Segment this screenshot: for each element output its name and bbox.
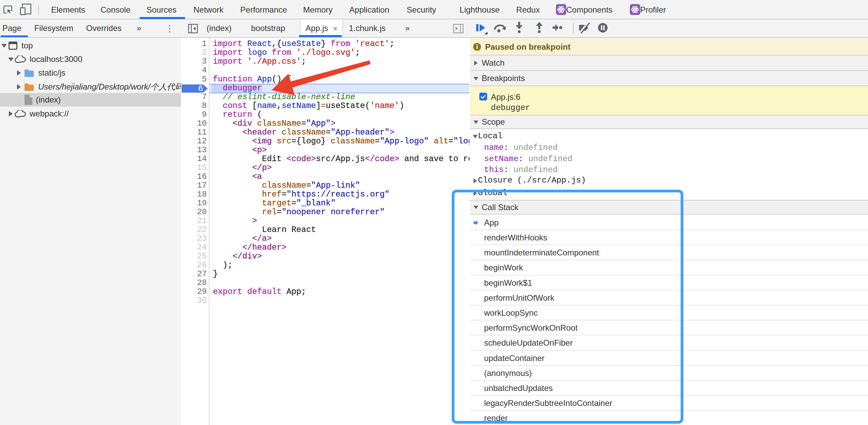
svg-text:6: 6 xyxy=(198,84,203,93)
